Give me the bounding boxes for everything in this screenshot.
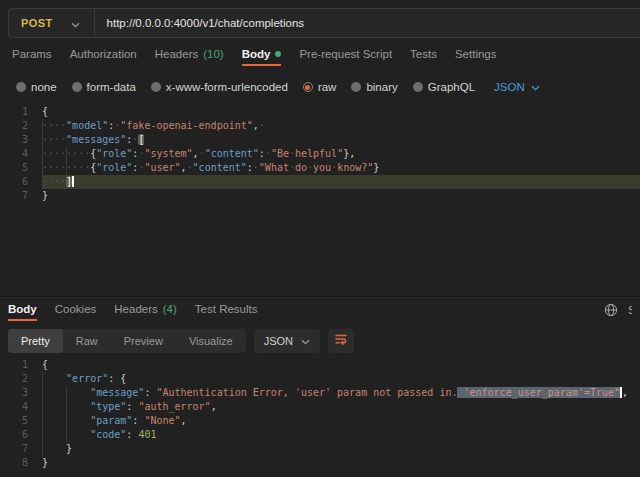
code-token: { [42,106,48,117]
tab-label: Settings [455,48,497,60]
code-line[interactable]: 5 "param": "None", [0,414,640,428]
tab-body[interactable]: Body [242,48,282,66]
tab-tests[interactable]: Tests [410,48,437,66]
code-line[interactable]: 4········{"role":·"system",·"content":·"… [0,147,640,161]
code-line[interactable]: 1{ [0,358,640,372]
radio-icon [72,82,82,92]
line-number: 1 [0,105,42,119]
code-line[interactable]: 5········{"role":·"user",·"content":·"Wh… [0,161,640,175]
code-token: , [622,387,628,398]
code-line[interactable]: 3 "message": "Authentication Error, 'use… [0,386,640,400]
code-line[interactable]: 3····"messages":·[ [0,133,640,147]
code-token: "error" [66,373,108,384]
code-token [66,415,90,426]
code-line[interactable]: 6 "code": 401 [0,428,640,442]
tab-label: Authorization [70,48,137,60]
line-number: 4 [0,400,42,414]
code-token: "model" [66,120,108,131]
raw-language-selector[interactable]: JSON [494,81,540,93]
tab-count-badge: (4) [163,303,177,315]
code-line[interactable]: 7} [0,189,640,203]
tab-label: Test Results [195,303,258,315]
code-line-text: } [42,456,640,470]
code-token: do [295,162,307,173]
response-body-editor[interactable]: 1{2 "error": {3 "message": "Authenticati… [0,358,640,470]
tab-settings[interactable]: Settings [455,48,497,66]
response-tab-body[interactable]: Body [8,303,37,321]
code-line-text: { [42,105,640,119]
code-token: "content" [205,148,259,159]
request-body-editor[interactable]: 1{2····"model":·"fake-openai-endpoint",·… [0,105,640,203]
code-line[interactable]: 7 } [0,442,640,456]
method-selector[interactable]: POST [9,9,94,37]
code-token: [ [138,134,144,145]
body-mode-label: GraphQL [428,81,475,93]
body-mode-binary[interactable]: binary [351,81,397,93]
code-line[interactable]: 2 "error": { [0,372,640,386]
body-mode-form-data[interactable]: form-data [72,81,136,93]
line-number: 5 [0,161,42,175]
line-number: 7 [0,442,42,456]
tab-params[interactable]: Params [12,48,52,66]
line-number: 6 [0,428,42,442]
code-line-text: ········{"role":·"user",·"content":·"Wha… [42,161,640,175]
code-line[interactable]: 1{ [0,105,640,119]
body-mode-raw[interactable]: raw [303,81,337,93]
code-line-text: } [42,442,640,456]
response-tabs: BodyCookiesHeaders(4)Test Results S [0,297,640,325]
response-section: BodyCookiesHeaders(4)Test Results S Pret… [0,296,640,470]
code-token: } [66,443,72,454]
tab-label: Params [12,48,52,60]
body-mode-label: binary [366,81,397,93]
code-token: "system" [144,148,192,159]
radio-icon [16,82,26,92]
url-input[interactable]: http://0.0.0.0:4000/v1/chat/completions [95,17,305,29]
code-token: "role" [96,148,132,159]
tab-label: Cookies [55,303,97,315]
code-line[interactable]: 6····] [0,175,640,189]
tab-pre-request-script[interactable]: Pre-request Script [299,48,392,66]
tab-authorization[interactable]: Authorization [70,48,137,66]
chevron-down-icon [531,81,540,93]
code-line[interactable]: 8} [0,456,640,470]
code-token [42,401,66,412]
code-token: "user" [144,162,180,173]
tab-headers[interactable]: Headers(10) [155,48,224,66]
editor-empty-area [0,203,640,296]
code-line-text: "code": 401 [42,428,640,442]
response-language-selector[interactable]: JSON [254,329,320,353]
body-mode-graphql[interactable]: GraphQL [413,81,475,93]
code-token [66,429,90,440]
code-token: "fake-openai-endpoint" [120,120,252,131]
code-token: ···· [42,162,66,173]
code-token: }, [343,148,355,159]
code-token: "What [259,162,289,173]
request-tabs: ParamsAuthorizationHeaders(10)BodyPre-re… [0,48,640,68]
view-tab-pretty[interactable]: Pretty [8,329,63,353]
code-line[interactable]: 4 "type": "auth_error", [0,400,640,414]
globe-icon[interactable] [604,303,618,317]
body-mode-none[interactable]: none [16,81,57,93]
body-mode-x-www-form-urlencoded[interactable]: x-www-form-urlencoded [151,81,288,93]
code-token: ···· [66,162,90,173]
response-tab-headers[interactable]: Headers(4) [114,303,177,321]
view-tab-visualize[interactable]: Visualize [176,329,246,353]
code-line[interactable]: 2····"model":·"fake-openai-endpoint",· [0,119,640,133]
body-mode-row: noneform-datax-www-form-urlencodedrawbin… [0,77,640,97]
line-number: 8 [0,456,42,470]
code-token: "message" [90,387,144,398]
unsaved-changes-dot-icon [275,51,281,57]
body-mode-label: x-www-form-urlencoded [166,81,288,93]
view-tab-preview[interactable]: Preview [111,329,176,353]
body-mode-label: form-data [87,81,136,93]
response-language-label: JSON [264,335,293,347]
code-token: "None" [144,415,180,426]
wrap-lines-button[interactable] [328,329,354,353]
code-token: 'enforce_user_param'=True" [457,387,620,398]
chevron-down-icon [71,14,80,32]
response-tab-cookies[interactable]: Cookies [55,303,97,321]
code-token: { [120,373,126,384]
view-tab-raw[interactable]: Raw [63,329,111,353]
method-label: POST [21,17,53,29]
response-tab-test-results[interactable]: Test Results [195,303,258,321]
